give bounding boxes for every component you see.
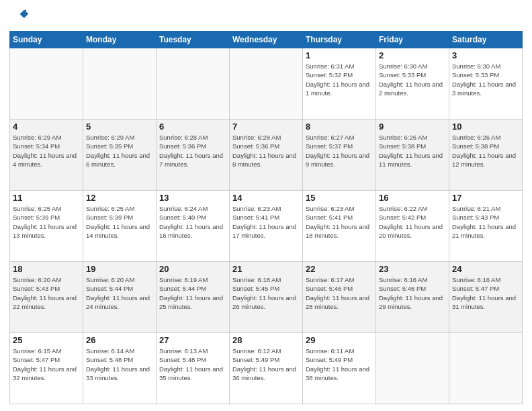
day-cell: 4Sunrise: 6:29 AM Sunset: 5:34 PM Daylig… — [10, 120, 83, 191]
day-info: Sunrise: 6:26 AM Sunset: 5:38 PM Dayligh… — [452, 133, 519, 169]
day-info: Sunrise: 6:29 AM Sunset: 5:34 PM Dayligh… — [13, 133, 80, 169]
day-info: Sunrise: 6:13 AM Sunset: 5:48 PM Dayligh… — [159, 347, 226, 382]
day-number: 17 — [452, 193, 519, 203]
day-cell: 23Sunrise: 6:16 AM Sunset: 5:46 PM Dayli… — [376, 262, 449, 333]
day-number: 29 — [306, 335, 373, 345]
day-number: 25 — [13, 335, 80, 345]
day-cell: 11Sunrise: 6:25 AM Sunset: 5:39 PM Dayli… — [10, 191, 83, 262]
day-number: 27 — [159, 335, 226, 345]
day-info: Sunrise: 6:16 AM Sunset: 5:47 PM Dayligh… — [452, 275, 519, 311]
calendar-table: SundayMondayTuesdayWednesdayThursdayFrid… — [9, 31, 523, 404]
day-info: Sunrise: 6:20 AM Sunset: 5:43 PM Dayligh… — [13, 275, 80, 311]
logo-icon — [9, 7, 28, 26]
header-row: SundayMondayTuesdayWednesdayThursdayFrid… — [10, 32, 523, 48]
header-day-saturday: Saturday — [449, 32, 523, 48]
day-cell: 29Sunrise: 6:11 AM Sunset: 5:49 PM Dayli… — [303, 333, 376, 404]
page: SundayMondayTuesdayWednesdayThursdayFrid… — [0, 0, 532, 411]
day-cell — [230, 48, 303, 120]
svg-marker-0 — [20, 10, 28, 18]
day-info: Sunrise: 6:11 AM Sunset: 5:49 PM Dayligh… — [306, 347, 373, 382]
day-info: Sunrise: 6:28 AM Sunset: 5:36 PM Dayligh… — [232, 133, 300, 169]
day-number: 4 — [13, 122, 80, 132]
day-info: Sunrise: 6:21 AM Sunset: 5:43 PM Dayligh… — [452, 204, 519, 240]
day-cell — [157, 48, 230, 120]
day-info: Sunrise: 6:12 AM Sunset: 5:49 PM Dayligh… — [232, 347, 300, 382]
header-day-sunday: Sunday — [10, 32, 83, 48]
day-cell: 13Sunrise: 6:24 AM Sunset: 5:40 PM Dayli… — [157, 191, 230, 262]
day-number: 13 — [159, 193, 226, 203]
header-day-wednesday: Wednesday — [230, 32, 303, 48]
day-number: 26 — [86, 335, 153, 345]
day-number: 12 — [86, 193, 153, 203]
day-cell: 24Sunrise: 6:16 AM Sunset: 5:47 PM Dayli… — [449, 262, 523, 333]
day-number: 15 — [306, 193, 373, 203]
day-info: Sunrise: 6:24 AM Sunset: 5:40 PM Dayligh… — [159, 204, 226, 240]
day-cell: 25Sunrise: 6:15 AM Sunset: 5:47 PM Dayli… — [10, 333, 83, 404]
calendar-header: SundayMondayTuesdayWednesdayThursdayFrid… — [10, 32, 523, 48]
day-info: Sunrise: 6:31 AM Sunset: 5:32 PM Dayligh… — [306, 62, 373, 97]
day-cell — [10, 48, 83, 120]
day-info: Sunrise: 6:23 AM Sunset: 5:41 PM Dayligh… — [306, 204, 373, 240]
day-info: Sunrise: 6:28 AM Sunset: 5:36 PM Dayligh… — [159, 133, 226, 169]
day-cell: 17Sunrise: 6:21 AM Sunset: 5:43 PM Dayli… — [449, 191, 523, 262]
day-number: 2 — [379, 50, 446, 60]
header-day-thursday: Thursday — [303, 32, 376, 48]
day-info: Sunrise: 6:30 AM Sunset: 5:33 PM Dayligh… — [379, 62, 446, 97]
day-number: 7 — [232, 122, 300, 132]
day-cell: 3Sunrise: 6:30 AM Sunset: 5:33 PM Daylig… — [449, 48, 523, 120]
day-cell: 20Sunrise: 6:19 AM Sunset: 5:44 PM Dayli… — [157, 262, 230, 333]
week-row-2: 4Sunrise: 6:29 AM Sunset: 5:34 PM Daylig… — [10, 120, 523, 191]
day-cell: 26Sunrise: 6:14 AM Sunset: 5:48 PM Dayli… — [83, 333, 157, 404]
day-number: 10 — [452, 122, 519, 132]
day-info: Sunrise: 6:18 AM Sunset: 5:45 PM Dayligh… — [232, 275, 300, 311]
day-cell: 10Sunrise: 6:26 AM Sunset: 5:38 PM Dayli… — [449, 120, 523, 191]
day-info: Sunrise: 6:17 AM Sunset: 5:46 PM Dayligh… — [306, 275, 373, 311]
day-number: 22 — [306, 264, 373, 274]
day-cell: 6Sunrise: 6:28 AM Sunset: 5:36 PM Daylig… — [157, 120, 230, 191]
day-cell: 27Sunrise: 6:13 AM Sunset: 5:48 PM Dayli… — [157, 333, 230, 404]
day-number: 23 — [379, 264, 446, 274]
day-cell: 5Sunrise: 6:29 AM Sunset: 5:35 PM Daylig… — [83, 120, 157, 191]
day-cell: 1Sunrise: 6:31 AM Sunset: 5:32 PM Daylig… — [303, 48, 376, 120]
day-number: 16 — [379, 193, 446, 203]
header-day-tuesday: Tuesday — [157, 32, 230, 48]
day-number: 14 — [232, 193, 300, 203]
day-cell — [376, 333, 449, 404]
week-row-5: 25Sunrise: 6:15 AM Sunset: 5:47 PM Dayli… — [10, 333, 523, 404]
day-cell: 14Sunrise: 6:23 AM Sunset: 5:41 PM Dayli… — [230, 191, 303, 262]
day-cell: 8Sunrise: 6:27 AM Sunset: 5:37 PM Daylig… — [303, 120, 376, 191]
day-number: 18 — [13, 264, 80, 274]
week-row-3: 11Sunrise: 6:25 AM Sunset: 5:39 PM Dayli… — [10, 191, 523, 262]
day-number: 6 — [159, 122, 226, 132]
day-number: 11 — [13, 193, 80, 203]
day-cell: 12Sunrise: 6:25 AM Sunset: 5:39 PM Dayli… — [83, 191, 157, 262]
day-info: Sunrise: 6:26 AM Sunset: 5:38 PM Dayligh… — [379, 133, 446, 169]
day-info: Sunrise: 6:22 AM Sunset: 5:42 PM Dayligh… — [379, 204, 446, 240]
day-number: 3 — [452, 50, 519, 60]
week-row-1: 1Sunrise: 6:31 AM Sunset: 5:32 PM Daylig… — [10, 48, 523, 120]
day-number: 20 — [159, 264, 226, 274]
day-cell: 2Sunrise: 6:30 AM Sunset: 5:33 PM Daylig… — [376, 48, 449, 120]
day-cell: 7Sunrise: 6:28 AM Sunset: 5:36 PM Daylig… — [230, 120, 303, 191]
day-cell: 19Sunrise: 6:20 AM Sunset: 5:44 PM Dayli… — [83, 262, 157, 333]
day-number: 21 — [232, 264, 300, 274]
header — [9, 7, 523, 26]
day-cell: 22Sunrise: 6:17 AM Sunset: 5:46 PM Dayli… — [303, 262, 376, 333]
day-number: 1 — [306, 50, 373, 60]
day-info: Sunrise: 6:20 AM Sunset: 5:44 PM Dayligh… — [86, 275, 153, 311]
day-info: Sunrise: 6:25 AM Sunset: 5:39 PM Dayligh… — [86, 204, 153, 240]
logo — [9, 7, 31, 26]
day-number: 5 — [86, 122, 153, 132]
day-info: Sunrise: 6:27 AM Sunset: 5:37 PM Dayligh… — [306, 133, 373, 169]
day-info: Sunrise: 6:14 AM Sunset: 5:48 PM Dayligh… — [86, 347, 153, 382]
day-info: Sunrise: 6:23 AM Sunset: 5:41 PM Dayligh… — [232, 204, 300, 240]
day-number: 24 — [452, 264, 519, 274]
day-cell: 28Sunrise: 6:12 AM Sunset: 5:49 PM Dayli… — [230, 333, 303, 404]
header-day-friday: Friday — [376, 32, 449, 48]
calendar-body: 1Sunrise: 6:31 AM Sunset: 5:32 PM Daylig… — [10, 48, 523, 404]
day-cell: 9Sunrise: 6:26 AM Sunset: 5:38 PM Daylig… — [376, 120, 449, 191]
day-cell: 21Sunrise: 6:18 AM Sunset: 5:45 PM Dayli… — [230, 262, 303, 333]
day-info: Sunrise: 6:19 AM Sunset: 5:44 PM Dayligh… — [159, 275, 226, 311]
day-number: 9 — [379, 122, 446, 132]
day-info: Sunrise: 6:25 AM Sunset: 5:39 PM Dayligh… — [13, 204, 80, 240]
